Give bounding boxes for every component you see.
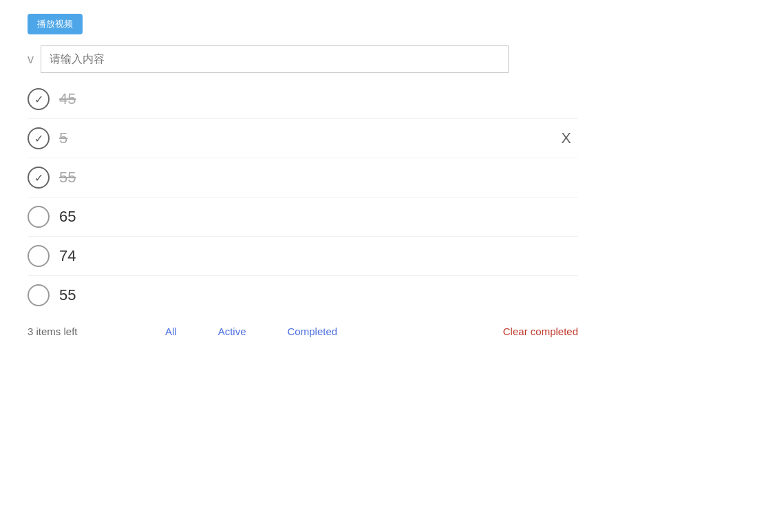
todo-item: ✓55X <box>28 158 578 198</box>
footer: 3 items left All Active Completed Clear … <box>28 315 578 348</box>
todo-item: 74X <box>28 237 578 276</box>
todo-item: ✓45X <box>28 80 578 119</box>
delete-todo-button[interactable]: X <box>561 129 571 147</box>
filter-completed-button[interactable]: Completed <box>288 326 338 337</box>
input-row: v <box>28 45 749 73</box>
todo-checkbox[interactable]: ✓ <box>28 127 50 149</box>
clear-completed-button[interactable]: Clear completed <box>503 326 578 337</box>
checkmark-icon: ✓ <box>34 171 43 184</box>
play-video-button[interactable]: 播放视频 <box>28 14 83 34</box>
todo-list: ✓45X✓5X✓55X65X74X55X <box>28 80 578 315</box>
items-left-count: 3 items left <box>28 326 124 337</box>
checkmark-icon: ✓ <box>34 132 43 145</box>
checkmark-icon: ✓ <box>34 93 43 106</box>
todo-checkbox[interactable]: ✓ <box>28 88 50 110</box>
todo-checkbox[interactable] <box>28 206 50 228</box>
app-container: 播放视频 v ✓45X✓5X✓55X65X74X55X 3 items left… <box>0 0 777 362</box>
todo-item: 55X <box>28 276 578 315</box>
todo-label: 45 <box>59 90 578 108</box>
todo-label: 65 <box>59 208 578 226</box>
todo-item: 65X <box>28 198 578 237</box>
todo-label: 55 <box>59 169 578 187</box>
todo-item: ✓5X <box>28 119 578 158</box>
filter-active-button[interactable]: Active <box>218 326 246 337</box>
todo-label: 74 <box>59 247 578 265</box>
todo-checkbox[interactable] <box>28 284 50 306</box>
todo-checkbox[interactable]: ✓ <box>28 167 50 189</box>
todo-label: 5 <box>59 129 578 147</box>
toggle-all-button[interactable]: v <box>28 52 34 67</box>
todo-label: 55 <box>59 286 578 304</box>
todo-input[interactable] <box>41 45 509 73</box>
filter-all-button[interactable]: All <box>165 326 177 337</box>
todo-checkbox[interactable] <box>28 245 50 267</box>
